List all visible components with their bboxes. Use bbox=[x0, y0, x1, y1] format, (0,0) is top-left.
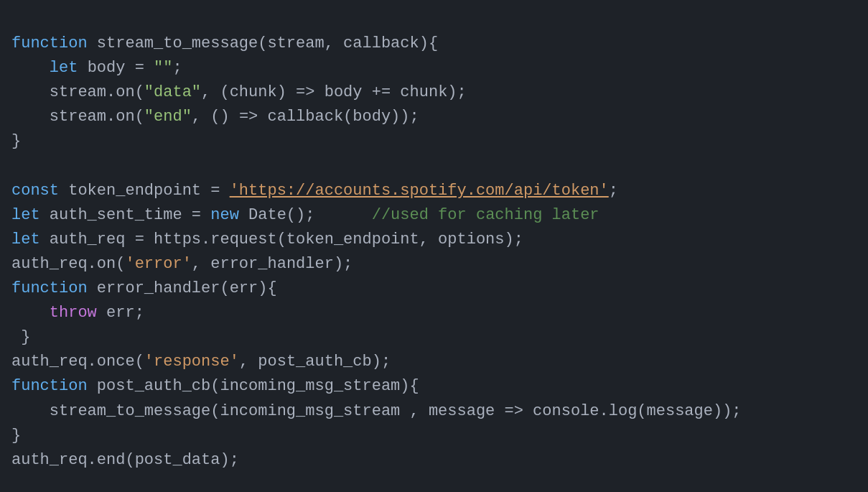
line-9: let auth_req = https.request(token_endpo… bbox=[11, 231, 523, 249]
line-15: function post_auth_cb(incoming_msg_strea… bbox=[11, 377, 419, 395]
line-5: } bbox=[11, 132, 21, 150]
code-editor: function stream_to_message(stream, callb… bbox=[11, 7, 857, 473]
line-3: stream.on("data", (chunk) => body += chu… bbox=[11, 83, 467, 101]
line-16: stream_to_message(incoming_msg_stream , … bbox=[11, 402, 742, 420]
line-13: } bbox=[11, 328, 30, 346]
line-7: const token_endpoint = 'https://accounts… bbox=[11, 182, 618, 200]
line-18: auth_req.end(post_data); bbox=[11, 451, 239, 469]
line-10: auth_req.on('error', error_handler); bbox=[11, 255, 353, 273]
line-14: auth_req.once('response', post_auth_cb); bbox=[11, 353, 391, 371]
line-4: stream.on("end", () => callback(body)); bbox=[11, 108, 419, 126]
line-11: function error_handler(err){ bbox=[11, 279, 277, 297]
line-2: let body = ""; bbox=[11, 59, 182, 77]
line-12: throw err; bbox=[11, 304, 144, 322]
line-1: function stream_to_message(stream, callb… bbox=[11, 34, 438, 52]
line-8: let auth_sent_time = new Date(); //used … bbox=[11, 206, 599, 224]
line-17: } bbox=[11, 427, 21, 445]
